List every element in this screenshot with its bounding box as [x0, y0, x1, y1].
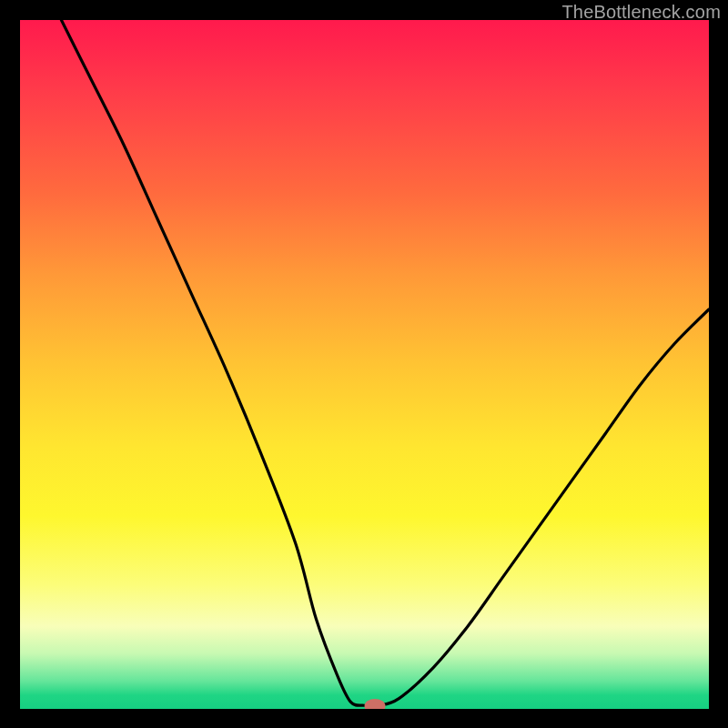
bottleneck-curve	[20, 20, 709, 709]
plot-area	[20, 20, 709, 709]
watermark-text: TheBottleneck.com	[561, 2, 721, 23]
optimal-point-marker	[364, 699, 385, 709]
chart-frame: TheBottleneck.com	[0, 0, 728, 728]
